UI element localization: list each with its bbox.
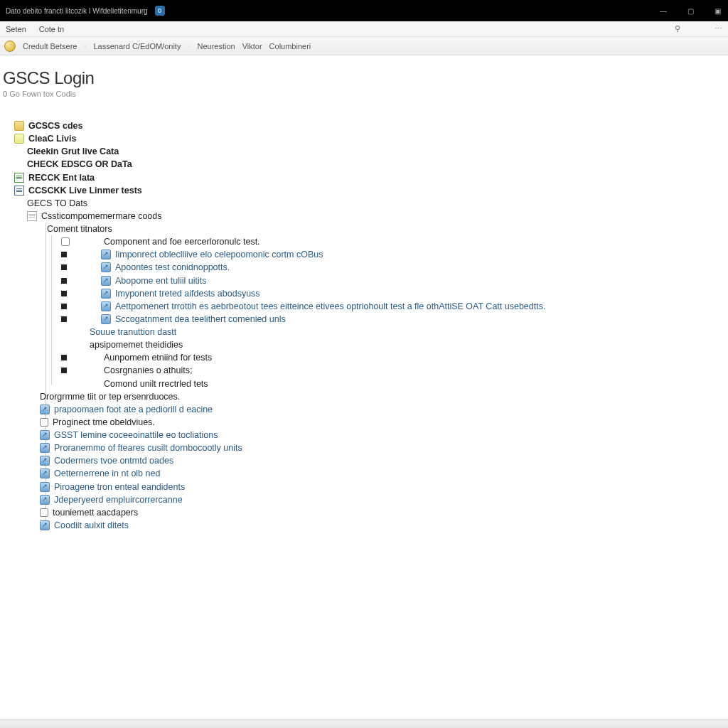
tab-title: Dato debito francti litcozik I Wifdeliet… (6, 7, 148, 15)
tree-leaf[interactable]: Proranemmo of fteares cusilt dornbocootl… (40, 441, 728, 454)
tree-leaf[interactable]: Abopome ent tuliil uitits (61, 274, 728, 287)
tree-node[interactable]: Cssticompomemermare coods (27, 210, 728, 223)
browser-tab[interactable]: Dato debito francti litcozik I Wifdeliet… (6, 6, 165, 16)
tree-node[interactable]: Cleekin Grut live Cata (27, 145, 728, 158)
tree-leaf[interactable]: Comond unilt rrectrled tets (61, 378, 728, 390)
close-icon[interactable]: ▣ (712, 6, 722, 16)
tree-label: GECS TO Dats (27, 197, 87, 210)
tree-label: Drorgrmme tiit or tep ersenrduoces. (40, 390, 180, 403)
tree-label: Imyponent treted aifdests abodsyuss (115, 287, 260, 300)
tree-label: touniemett aacdapers (53, 506, 138, 519)
breadcrumb-item[interactable]: Viktor (242, 42, 262, 50)
link-icon (101, 262, 111, 272)
tree-label: Coodiit aulxit ditets (54, 519, 129, 532)
menu-bar: Seten Cote tn ⚲ ⋯ (0, 21, 728, 37)
tree-leaf[interactable]: GSST lemine coceeoinattile eo tocliation… (40, 429, 728, 441)
tree-leaf[interactable]: apsipomemet theididies (90, 338, 728, 351)
globe-icon (4, 41, 16, 52)
tree-leaf[interactable]: Souue tranuttion dastt (90, 326, 728, 338)
tree-leaf[interactable]: Piroagene tron enteal eandidents (40, 481, 728, 493)
tree-node[interactable]: Drorgrmme tiit or tep ersenrduoces. (40, 390, 728, 403)
tree-label: Abopome ent tuliil uitits (115, 274, 207, 287)
checkbox-icon[interactable] (40, 508, 48, 517)
tree-label: CHECK EDSCG OR DaTa (27, 158, 132, 171)
breadcrumb-item[interactable]: Lassenard C/EdOM/onity (94, 42, 181, 50)
tree-leaf[interactable]: Jdeperyeerd empluircorrercanne (40, 493, 728, 506)
tree-leaf[interactable]: Proginect tme obeldviues. (40, 416, 728, 429)
bullet-icon (61, 355, 67, 360)
tree-leaf[interactable]: Aettpornenert trrottih es aebrbeotout te… (61, 300, 728, 313)
page-icon (27, 211, 37, 221)
tree-label: Component and foe eercerloronulc test. (104, 235, 260, 248)
breadcrumb-item[interactable]: Neurestion (197, 42, 235, 50)
link-icon (40, 405, 50, 414)
crumb-separator: · (84, 42, 86, 50)
tree-node[interactable]: CCSCKK Live Linmer tests (14, 184, 728, 197)
link-icon (40, 482, 50, 492)
tree-leaf[interactable]: Codermers tvoe ontmtd oades (40, 454, 728, 467)
tree-label: Cssticompomemermare coods (41, 210, 162, 223)
tree-node[interactable]: GECS TO Dats (27, 197, 728, 210)
tab-badge: 0 (155, 6, 165, 16)
tree-label: Cleekin Grut live Cata (27, 145, 119, 158)
tree-label: GSST lemine coceeoinattile eo tocliation… (54, 429, 218, 441)
link-icon (101, 250, 111, 259)
tree-label: prapoomaen foot ate a pediorill d eacine (54, 403, 213, 416)
tree-label: Jdeperyeerd empluircorrercanne (54, 493, 183, 506)
tree-label: Cosrgnanies o athuits; (104, 364, 192, 377)
tree-node[interactable]: CleaC Livis (14, 132, 728, 145)
minimize-icon[interactable]: — (658, 6, 668, 16)
tree-leaf[interactable]: Component and foe eercerloronulc test. (61, 235, 728, 248)
search-icon[interactable]: ⚲ (675, 24, 680, 33)
tree-label: CCSCKK Live Linmer tests (28, 184, 142, 197)
page-title: GSCS Login (0, 68, 728, 88)
page-subtitle: 0 Go Fown tox Codis (0, 88, 728, 98)
tree-node[interactable]: RECCK Ent lata (14, 171, 728, 184)
tree-label: Coment titnators (47, 223, 112, 235)
link-icon (101, 289, 111, 299)
tree-label: Aunpomem etniind for tests (104, 351, 212, 364)
tree-leaf[interactable]: Oetternerrene in nt olb ned (40, 467, 728, 480)
tree-leaf[interactable]: Cosrgnanies o athuits; (61, 364, 728, 377)
tree-label: Oetternerrene in nt olb ned (54, 467, 160, 480)
tree-leaf[interactable]: prapoomaen foot ate a pediorill d eacine (40, 403, 728, 416)
page-content: GSCS Login 0 Go Fown tox Codis GCSCS cde… (0, 55, 728, 719)
tree-label: Proginect tme obeldviues. (53, 416, 155, 429)
breadcrumb-item[interactable]: Credult Betsere (23, 42, 77, 50)
tree-leaf[interactable]: touniemett aacdapers (40, 506, 728, 519)
window-titlebar: Dato debito francti litcozik I Wifdeliet… (0, 0, 728, 21)
tree-leaf[interactable]: Aunpomem etniind for tests (61, 351, 728, 364)
tree-leaf[interactable]: Coodiit aulxit ditets (40, 519, 728, 532)
tree-leaf[interactable]: Apoontes test conidnoppotts. (61, 261, 728, 274)
tree-node[interactable]: Coment titnators (47, 223, 728, 235)
bullet-icon (61, 252, 67, 257)
link-icon (40, 443, 50, 453)
tree-label: Souue tranuttion dastt (90, 326, 176, 338)
tree-leaf[interactable]: Iimponrect obleclliive elo celepoomonic … (61, 248, 728, 261)
bullet-icon (61, 264, 67, 270)
menu-item[interactable]: Cote tn (39, 25, 64, 33)
tree-leaf[interactable]: Imyponent treted aifdests abodsyuss (61, 287, 728, 300)
checkbox-icon[interactable] (61, 237, 70, 246)
tree-node[interactable]: GCSCS cdes (14, 119, 728, 132)
tree-label: Proranemmo of fteares cusilt dornbocootl… (54, 441, 242, 454)
tree-view: GCSCS cdes CleaC Livis Cleekin Grut live… (14, 119, 728, 532)
checkbox-icon[interactable] (40, 418, 48, 427)
link-icon (40, 456, 50, 466)
options-icon[interactable]: ⋯ (714, 24, 722, 33)
tree-label: Sccogatnment dea teelithert comenied unl… (115, 313, 286, 326)
crumb-separator: · (188, 42, 190, 50)
tree-leaf[interactable]: Sccogatnment dea teelithert comenied unl… (61, 313, 728, 326)
bullet-icon (61, 368, 67, 373)
breadcrumb-toolbar: Credult Betsere · Lassenard C/EdOM/onity… (0, 37, 728, 55)
folder-icon (14, 121, 24, 131)
folder-icon (14, 134, 24, 144)
bullet-icon (61, 291, 67, 296)
doc-icon (14, 173, 24, 183)
maximize-icon[interactable]: ▢ (685, 6, 695, 16)
link-icon (40, 430, 50, 440)
breadcrumb-item[interactable]: Columbineri (269, 42, 311, 50)
menu-item[interactable]: Seten (6, 25, 26, 33)
tree-node[interactable]: CHECK EDSCG OR DaTa (27, 158, 728, 171)
link-icon (40, 520, 50, 530)
